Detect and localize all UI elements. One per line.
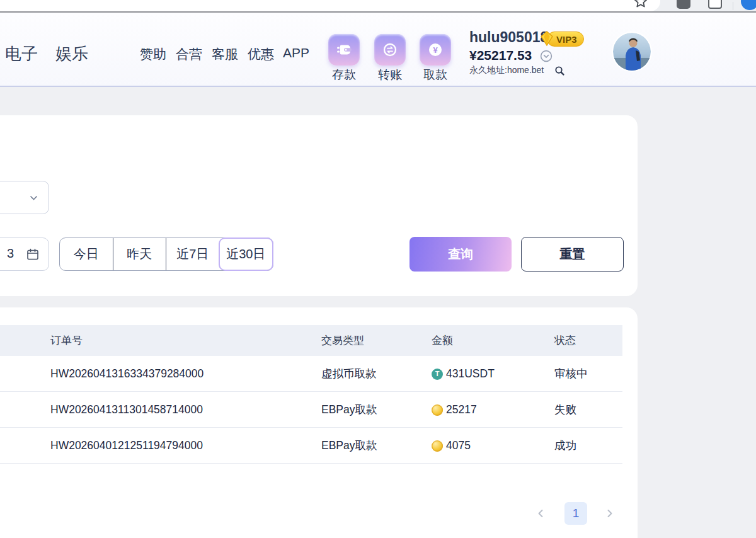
- bookmark-star-icon[interactable]: [633, 0, 649, 10]
- vip-badge-label: VIP3: [556, 34, 577, 45]
- pagination-prev-button[interactable]: [534, 507, 547, 520]
- range-7days-button[interactable]: 近7日: [166, 238, 219, 270]
- browser-profile-avatar[interactable]: [741, 0, 756, 10]
- transfer-button[interactable]: [374, 34, 406, 66]
- range-today-button[interactable]: 今日: [60, 238, 113, 270]
- toolbar-divider: [733, 2, 733, 10]
- type-cell: EBPay取款: [321, 392, 377, 428]
- transaction-type-select[interactable]: [0, 181, 49, 214]
- site-header: 电子 娱乐 赞助 合营 客服 优惠 APP 存款 转账 ¥ 取款 hulu905…: [0, 13, 756, 87]
- balance-amount: ¥25217.53: [469, 48, 532, 63]
- range-30days-button[interactable]: 近30日: [219, 238, 274, 271]
- records-table-card: 订单号 交易类型 金额 状态 HW2026041316334379284000 …: [0, 307, 638, 538]
- wallet-icon: [335, 40, 353, 59]
- nav-item-support[interactable]: 客服: [212, 45, 238, 63]
- filter-panel-card: 3 今日 昨天 近7日 近30日 查询 重置: [0, 115, 638, 296]
- amount-cell: 4075: [432, 428, 471, 464]
- chevron-down-icon: [29, 193, 38, 203]
- gold-coin-icon: [432, 404, 443, 416]
- nav-item-sponsor[interactable]: 赞助: [140, 45, 166, 63]
- gold-coin-icon: [432, 440, 443, 452]
- chevron-right-icon: [606, 509, 614, 518]
- avatar-photo: [613, 33, 651, 71]
- nav-item-promo[interactable]: 优惠: [248, 45, 274, 63]
- yuan-circle-icon: ¥: [426, 40, 445, 59]
- permanent-address: 永久地址:home.bet: [469, 65, 544, 76]
- table-row: HW2026040121251194794000 EBPay取款 4075 成功: [0, 428, 622, 464]
- usdt-coin-icon: T: [432, 369, 443, 380]
- status-cell: 成功: [554, 428, 576, 464]
- status-cell: 失败: [554, 392, 576, 428]
- nav-item-slots[interactable]: 电子: [5, 43, 38, 65]
- status-cell: 审核中: [554, 356, 588, 392]
- query-button[interactable]: 查询: [410, 237, 512, 272]
- transfer-label: 转账: [371, 67, 409, 83]
- table-row: HW2026041311301458714000 EBPay取款 25217 失…: [0, 392, 622, 428]
- deposit-label: 存款: [325, 67, 363, 83]
- col-type: 交易类型: [321, 325, 364, 356]
- order-no-cell: HW2026041316334379284000: [50, 356, 203, 392]
- table-header-row: 订单号 交易类型 金额 状态: [0, 325, 622, 356]
- vip-badge: VIP3: [547, 31, 584, 47]
- nav-item-affiliate[interactable]: 合营: [176, 45, 202, 63]
- reset-button[interactable]: 重置: [521, 237, 624, 272]
- table-row: HW2026041316334379284000 虚拟币取款 T 431USDT…: [0, 356, 622, 392]
- gem-icon: [539, 30, 554, 47]
- amount-cell: T 431USDT: [432, 356, 495, 392]
- browser-toolbar: [0, 0, 756, 11]
- type-cell: 虚拟币取款: [321, 356, 377, 392]
- date-input-value: 3: [7, 246, 14, 261]
- chevron-left-icon: [537, 509, 544, 518]
- nav-item-app[interactable]: APP: [283, 45, 309, 60]
- date-range-input[interactable]: 3: [0, 238, 49, 271]
- amount-value: 4075: [446, 428, 471, 464]
- svg-text:¥: ¥: [433, 45, 438, 55]
- amount-value: 431USDT: [446, 356, 495, 392]
- pagination-next-button[interactable]: [604, 507, 616, 520]
- browser-tab-icon[interactable]: [708, 0, 722, 9]
- withdraw-label: 取款: [416, 67, 454, 83]
- balance-expand-chevron-icon[interactable]: [540, 50, 553, 62]
- amount-cell: 25217: [432, 392, 477, 428]
- withdraw-button[interactable]: ¥: [420, 34, 451, 66]
- pagination-page-1[interactable]: 1: [564, 502, 587, 525]
- amount-value: 25217: [446, 392, 477, 428]
- quick-range-group: 今日 昨天 近7日 近30日: [59, 238, 273, 271]
- col-status: 状态: [554, 325, 576, 356]
- transfer-icon: [381, 40, 399, 59]
- deposit-button[interactable]: [328, 34, 360, 66]
- order-no-cell: HW2026041311301458714000: [50, 392, 203, 428]
- type-cell: EBPay取款: [321, 428, 377, 464]
- username[interactable]: hulu905018: [469, 29, 548, 46]
- magnifier-icon[interactable]: [554, 66, 565, 76]
- user-avatar[interactable]: [613, 33, 651, 71]
- calendar-icon: [26, 248, 40, 261]
- order-no-cell: HW2026040121251194794000: [50, 428, 203, 464]
- range-yesterday-button[interactable]: 昨天: [113, 238, 166, 270]
- browser-extension-icon[interactable]: [677, 0, 690, 9]
- col-order-no: 订单号: [50, 325, 83, 356]
- browser-address-bar: [0, 0, 660, 11]
- col-amount: 金额: [432, 325, 453, 356]
- nav-item-casino[interactable]: 娱乐: [55, 43, 88, 65]
